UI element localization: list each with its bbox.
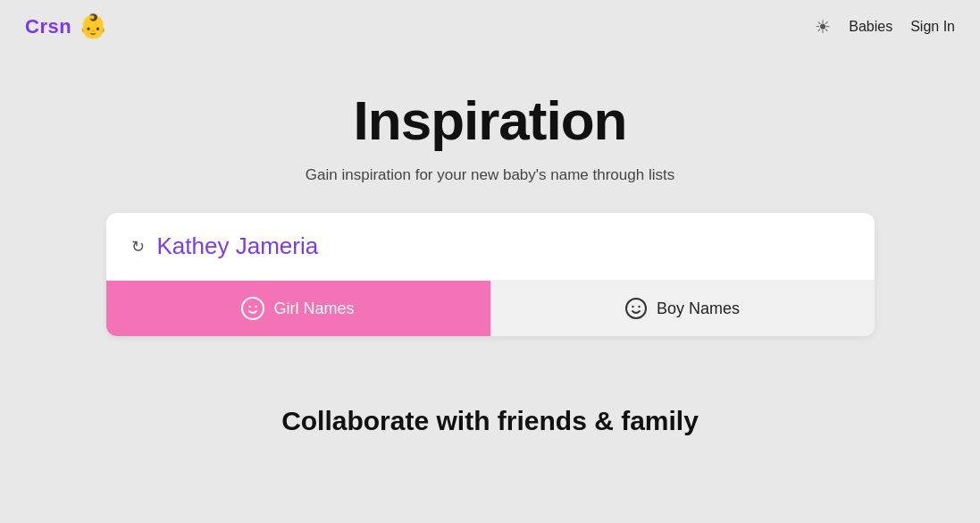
- svg-point-0: [242, 298, 264, 319]
- svg-point-4: [632, 306, 633, 308]
- inspiration-card: ↻ Kathey Jameria Girl Names: [106, 213, 875, 336]
- svg-point-1: [249, 306, 251, 308]
- card-name-row: ↻ Kathey Jameria: [106, 213, 875, 281]
- refresh-icon[interactable]: ↻: [131, 237, 145, 257]
- collab-title: Collaborate with friends & family: [18, 406, 962, 436]
- svg-point-2: [255, 306, 257, 308]
- hero-section: Inspiration Gain inspiration for your ne…: [0, 53, 980, 363]
- svg-point-3: [626, 299, 646, 318]
- card-toggle-row: Girl Names Boy Names: [106, 281, 875, 336]
- girl-names-label: Girl Names: [273, 299, 354, 318]
- nav-signin-link[interactable]: Sign In: [910, 19, 955, 35]
- baby-emoji-icon: 👶: [79, 13, 107, 40]
- boy-face-icon: [624, 297, 648, 320]
- girl-face-icon: [241, 297, 264, 320]
- boy-names-button[interactable]: Boy Names: [490, 281, 875, 336]
- nav-babies-link[interactable]: Babies: [849, 19, 892, 35]
- navbar: Crsn 👶 ☀ Babies Sign In: [0, 0, 980, 53]
- navbar-right: ☀ Babies Sign In: [815, 16, 955, 38]
- svg-point-5: [638, 306, 640, 308]
- hero-title: Inspiration: [18, 89, 962, 152]
- name-display: Kathey Jameria: [157, 232, 319, 260]
- theme-toggle-icon[interactable]: ☀: [815, 16, 831, 38]
- brand-name: Crsn: [25, 15, 71, 38]
- boy-names-label: Boy Names: [657, 299, 740, 318]
- brand-logo[interactable]: Crsn 👶: [25, 13, 107, 40]
- girl-names-button[interactable]: Girl Names: [106, 281, 490, 336]
- collab-section: Collaborate with friends & family: [0, 363, 980, 454]
- hero-subtitle: Gain inspiration for your new baby's nam…: [18, 166, 962, 184]
